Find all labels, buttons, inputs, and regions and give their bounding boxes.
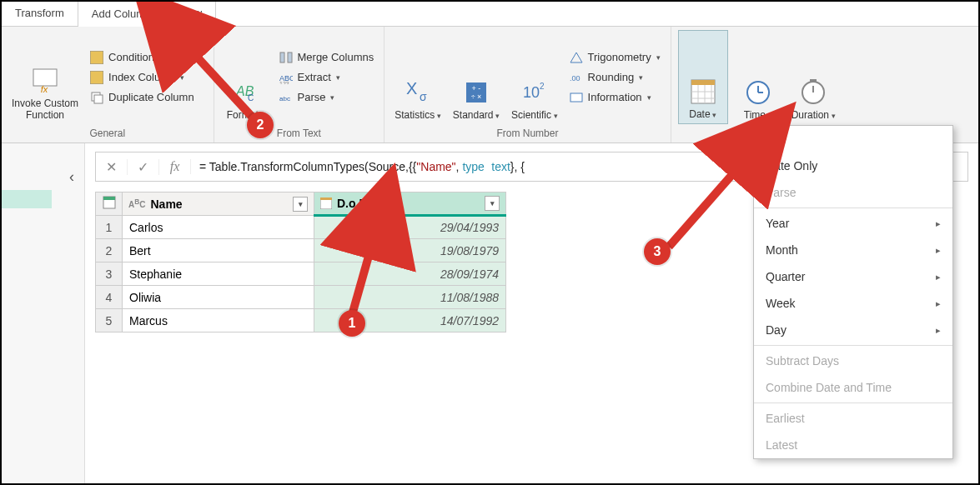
trig-icon bbox=[570, 51, 583, 64]
parse-button[interactable]: abc Parse bbox=[276, 89, 378, 106]
cell-dob[interactable]: 11/08/1988 bbox=[314, 286, 506, 309]
statistics-button[interactable]: Χσ Statistics bbox=[391, 30, 445, 124]
svg-text:2: 2 bbox=[540, 82, 545, 91]
menu-parse: Parse bbox=[754, 179, 952, 206]
group-label-from-text: From Text bbox=[221, 124, 378, 139]
duplicate-column-button[interactable]: Duplicate Column bbox=[87, 89, 206, 106]
fx-icon[interactable]: fx bbox=[159, 159, 191, 174]
tab-transform[interactable]: Transform bbox=[2, 2, 78, 26]
trigonometry-button[interactable]: Trigonometry bbox=[566, 49, 664, 66]
standard-button[interactable]: + -÷ × Standard bbox=[450, 30, 503, 124]
menu-month[interactable]: Month bbox=[754, 237, 952, 263]
rounding-button[interactable]: .00 Rounding bbox=[566, 69, 664, 86]
svg-rect-23 bbox=[691, 80, 715, 85]
table-row[interactable]: 4Oliwia11/08/1988 bbox=[96, 286, 506, 309]
extract-button[interactable]: ABC123 Extract bbox=[276, 69, 378, 86]
svg-text:123: 123 bbox=[279, 81, 289, 84]
svg-rect-5 bbox=[94, 95, 103, 103]
cell-dob[interactable]: 28/09/1974 bbox=[314, 262, 506, 286]
accept-formula-button[interactable]: ✓ bbox=[128, 159, 159, 175]
format-button[interactable]: ABC Format bbox=[221, 30, 271, 124]
cell-name[interactable]: Carlos bbox=[123, 216, 314, 239]
menu-year[interactable]: Year bbox=[754, 210, 952, 237]
row-number[interactable]: 4 bbox=[96, 286, 123, 309]
tab-add-column[interactable]: Add Column bbox=[78, 2, 166, 27]
scientific-button[interactable]: 102 Scientific bbox=[508, 30, 561, 124]
conditional-column-button[interactable]: Conditional Column bbox=[87, 49, 206, 66]
rounding-icon: .00 bbox=[570, 71, 583, 84]
svg-rect-8 bbox=[280, 52, 284, 62]
parse-icon: abc bbox=[279, 91, 293, 104]
table-row[interactable]: 3Stephanie28/09/1974 bbox=[96, 262, 506, 286]
time-button[interactable]: Time bbox=[733, 30, 783, 124]
svg-rect-34 bbox=[810, 79, 817, 82]
table-row[interactable]: 1Carlos29/04/1993 bbox=[96, 216, 506, 239]
row-number[interactable]: 5 bbox=[96, 309, 123, 332]
invoke-custom-function-button[interactable]: fx Invoke Custom Function bbox=[8, 30, 82, 124]
extract-icon: ABC123 bbox=[279, 71, 293, 84]
menu-week[interactable]: Week bbox=[754, 290, 952, 317]
info-icon bbox=[570, 91, 583, 104]
index-column-button[interactable]: Index Column bbox=[87, 69, 206, 86]
index-icon bbox=[90, 71, 103, 84]
menu-date-only[interactable]: Date Only bbox=[754, 152, 952, 179]
svg-text:÷ ×: ÷ × bbox=[471, 92, 482, 101]
cell-name[interactable]: Oliwia bbox=[123, 286, 314, 309]
information-button[interactable]: Information bbox=[566, 89, 664, 106]
callout-3: 3 bbox=[644, 238, 671, 265]
tab-view[interactable]: View bbox=[165, 2, 216, 26]
cancel-formula-button[interactable]: ✕ bbox=[96, 159, 128, 175]
merge-columns-button[interactable]: Merge Columns bbox=[276, 49, 378, 66]
cell-dob[interactable]: 19/08/1979 bbox=[314, 239, 506, 262]
selected-query[interactable] bbox=[2, 190, 52, 208]
cell-name[interactable]: Stephanie bbox=[123, 262, 314, 286]
cell-name[interactable]: Bert bbox=[123, 239, 314, 262]
menu-day[interactable]: Day bbox=[754, 317, 952, 343]
menu-quarter[interactable]: Quarter bbox=[754, 263, 952, 290]
time-icon bbox=[745, 79, 771, 106]
conditional-icon bbox=[90, 51, 103, 64]
filter-dob-icon[interactable]: ▾ bbox=[485, 196, 500, 211]
svg-rect-21 bbox=[570, 93, 582, 102]
table-row[interactable]: 5Marcus14/07/1992 bbox=[96, 309, 506, 332]
callout-2: 2 bbox=[247, 112, 274, 138]
svg-text:Χ: Χ bbox=[406, 79, 417, 98]
queries-pane[interactable]: ‹ bbox=[2, 143, 85, 483]
duration-icon bbox=[800, 79, 827, 106]
svg-text:C: C bbox=[248, 93, 254, 102]
row-number[interactable]: 3 bbox=[96, 262, 123, 286]
scientific-icon: 102 bbox=[521, 79, 548, 106]
group-label-from-number: From Number bbox=[391, 124, 663, 139]
date-button[interactable]: Date bbox=[678, 30, 728, 124]
date-type-icon bbox=[320, 198, 332, 209]
svg-text:σ: σ bbox=[420, 90, 427, 103]
svg-text:10: 10 bbox=[523, 84, 540, 101]
row-number[interactable]: 1 bbox=[96, 216, 123, 239]
callout-1: 1 bbox=[339, 310, 365, 337]
svg-rect-9 bbox=[288, 52, 292, 62]
group-label-general: General bbox=[8, 124, 207, 139]
function-icon: fx bbox=[32, 68, 58, 94]
cell-name[interactable]: Marcus bbox=[123, 309, 314, 332]
column-header-name[interactable]: ABCName▾ bbox=[123, 192, 314, 216]
svg-rect-36 bbox=[103, 197, 115, 200]
svg-text:+ -: + - bbox=[472, 84, 481, 92]
column-header-dob[interactable]: D.o.B▾ bbox=[314, 192, 506, 216]
duration-button[interactable]: Duration bbox=[788, 30, 839, 124]
standard-icon: + -÷ × bbox=[463, 79, 490, 106]
table-icon bbox=[103, 196, 116, 209]
collapse-caret-icon[interactable]: ‹ bbox=[69, 168, 74, 186]
row-number[interactable]: 2 bbox=[96, 239, 123, 262]
menu-age[interactable]: Age bbox=[754, 126, 952, 152]
menu-earliest: Earliest bbox=[754, 405, 952, 432]
svg-rect-0 bbox=[33, 69, 57, 86]
menu-subtract-days: Subtract Days bbox=[754, 348, 952, 374]
cell-dob[interactable]: 29/04/1993 bbox=[314, 216, 506, 239]
menu-latest: Latest bbox=[754, 432, 952, 458]
filter-name-icon[interactable]: ▾ bbox=[293, 197, 308, 212]
duplicate-icon bbox=[90, 91, 103, 104]
table-row[interactable]: 2Bert19/08/1979 bbox=[96, 239, 506, 262]
format-icon: ABC bbox=[233, 79, 259, 106]
table-corner[interactable] bbox=[96, 192, 123, 216]
svg-text:abc: abc bbox=[279, 95, 290, 102]
